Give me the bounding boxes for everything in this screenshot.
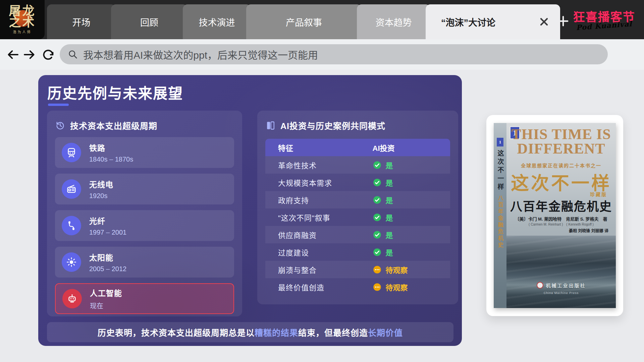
timeline-item-title: 铁路 — [89, 142, 133, 153]
status-cell: 是 — [373, 229, 450, 240]
app-logo[interactable]: 屠龙 之术 浩为人师 — [0, 0, 45, 39]
arrow-left-icon — [6, 48, 19, 61]
timeline-item: 光纤1997 – 2001 — [55, 210, 234, 241]
feature-cell: "这次不同"叙事 — [265, 212, 373, 223]
sun-icon — [62, 252, 81, 272]
slide-title: 历史先例与未来展望 — [47, 82, 183, 103]
close-icon — [538, 16, 550, 28]
tab-label: 技术演进 — [199, 15, 235, 28]
feature-cell: 大规模资本需求 — [265, 177, 373, 188]
search-input[interactable]: 我本想着用AI来做这次的ppt，后来只觉得这一页能用 — [60, 44, 608, 64]
close-tab-button[interactable] — [537, 14, 551, 29]
publisher-name: 机械工业出版社 — [546, 282, 586, 289]
tab-1[interactable]: 开场 — [47, 4, 116, 39]
table-row: 过度建设是 — [265, 243, 450, 261]
table-row: 最终价值创造待观察 — [265, 278, 450, 296]
timeline-item: 铁路1840s – 1870s — [55, 137, 234, 168]
status-cell: 是 — [373, 177, 450, 188]
status-label: 是 — [386, 177, 393, 188]
pending-dots-icon — [373, 265, 382, 274]
timeline-item: 无线电1920s — [55, 174, 234, 204]
tab-3[interactable]: 技术演进 — [183, 4, 251, 39]
arrow-right-icon — [23, 48, 36, 61]
status-cell: 是 — [373, 247, 450, 257]
status-cell: 是 — [373, 160, 450, 170]
table-row: 政府支持是 — [265, 191, 450, 208]
status-cell: 是 — [373, 212, 450, 223]
title-accent-bar — [48, 104, 69, 106]
open-book-icon — [265, 120, 276, 131]
status-label: 是 — [386, 229, 393, 240]
pending-dots-icon — [373, 283, 382, 292]
search-query-text: 我本想着用AI来做这次的ppt，后来只觉得这一页能用 — [83, 47, 318, 62]
tab-label: 产品叙事 — [286, 15, 322, 28]
spine-title: 这次不一样 — [496, 150, 505, 192]
book-authors: 〔美〕卡门 M. 莱因哈特 肯尼斯 S. 罗格夫 著 — [506, 216, 616, 222]
spine-subtitle: 八百年金融危机史 — [496, 195, 504, 249]
status-label: 是 — [386, 212, 393, 223]
timeline-item-title: 人工智能 — [90, 287, 122, 298]
logo-title: 屠龙 之术 — [7, 5, 38, 28]
fiber-icon — [62, 216, 81, 235]
timeline-item-title: 光纤 — [89, 215, 126, 226]
book-edition: 珍藏版 — [590, 191, 607, 197]
timeline-item-title: 太阳能 — [89, 251, 126, 263]
tab-bar: 屠龙 之术 浩为人师 开场回顾技术演进产品叙事资本趋势“泡沫”大讨论 狂喜播客节… — [0, 0, 644, 39]
status-cell: 待观察 — [373, 264, 450, 275]
reload-icon — [42, 48, 55, 61]
slide-panel: 历史先例与未来展望 技术资本支出超级周期 铁路1840s – 1870s无线电1… — [38, 75, 462, 346]
book-translators: 綦相 刘晓锋 刘丽娜 译 — [569, 228, 608, 233]
tab-label: “泡沫”大讨论 — [441, 15, 495, 28]
forward-button[interactable] — [22, 47, 37, 62]
robot-icon — [62, 289, 82, 308]
tab-6-active[interactable]: “泡沫”大讨论 — [426, 4, 560, 39]
patterns-card-header: AI投资与历史案例共同模式 — [265, 119, 450, 131]
table-row: 革命性技术是 — [265, 156, 450, 174]
history-clock-icon — [55, 120, 65, 131]
book-cover-card: 1 这次不一样 八百年金融危机史 1 THIS TIME IS DIFFEREN… — [486, 115, 623, 316]
event-brand: 狂喜播客节 Pod Kuanival — [569, 7, 639, 30]
table-row: 大规模资本需求是 — [265, 174, 450, 191]
timeline-item-period: 2005 – 2012 — [89, 265, 126, 273]
timeline-item: 太阳能2005 – 2012 — [55, 247, 234, 278]
patterns-card-title: AI投资与历史案例共同模式 — [280, 119, 385, 131]
publisher-row: 机械工业出版社 — [506, 282, 616, 289]
table-row: 供应商融资是 — [265, 226, 450, 243]
publisher-name-en: China Machine Press — [506, 291, 616, 295]
status-label: 是 — [386, 160, 393, 170]
status-label: 是 — [386, 247, 393, 257]
back-button[interactable] — [5, 47, 20, 62]
timeline-list: 铁路1840s – 1870s无线电1920s光纤1997 – 2001太阳能2… — [55, 137, 234, 314]
status-label: 是 — [386, 194, 393, 205]
check-circle-icon — [373, 178, 382, 187]
tab-2[interactable]: 回顾 — [111, 4, 187, 39]
status-label: 待观察 — [386, 282, 408, 292]
check-circle-icon — [373, 213, 382, 222]
tab-label: 资本趋势 — [376, 15, 412, 28]
takeaway-highlight-1: 糟糕的结果 — [255, 326, 298, 338]
table-header-row: 特征AI投资 — [265, 139, 450, 156]
storm-sea-image: 机械工业出版社 China Machine Press — [506, 236, 616, 308]
tab-4[interactable]: 产品叙事 — [246, 4, 362, 39]
timeline-item: 人工智能现在 — [55, 283, 234, 314]
radio-icon — [62, 179, 81, 199]
book-front-cover: 1 THIS TIME IS DIFFERENT 全球思想家正在读的二十本书之一… — [506, 123, 616, 308]
timeline-item-period: 1920s — [89, 192, 113, 200]
supercycle-card-title: 技术资本支出超级周期 — [70, 119, 157, 131]
search-icon — [68, 49, 78, 59]
column-header-ai: AI投资 — [373, 142, 450, 153]
tab-label: 回顾 — [140, 15, 158, 28]
table-row: 崩溃与整合待观察 — [265, 261, 450, 278]
feature-cell: 崩溃与整合 — [265, 264, 373, 275]
book-subtitle: 八百年金融危机史 — [506, 197, 616, 214]
supercycle-card: 技术资本支出超级周期 铁路1840s – 1870s无线电1920s光纤1997… — [47, 111, 242, 316]
book-3d: 1 这次不一样 八百年金融危机史 1 THIS TIME IS DIFFEREN… — [494, 123, 616, 308]
book-english-title: THIS TIME IS DIFFERENT — [506, 127, 616, 156]
reload-button[interactable] — [41, 47, 56, 62]
tab-5[interactable]: 资本趋势 — [357, 4, 430, 39]
tab-label: 开场 — [72, 15, 91, 28]
timeline-item-title: 无线电 — [89, 178, 113, 190]
train-icon — [62, 143, 81, 162]
logo-subtitle: 浩为人师 — [13, 29, 32, 34]
address-toolbar: 我本想着用AI来做这次的ppt，后来只觉得这一页能用 — [0, 39, 644, 70]
